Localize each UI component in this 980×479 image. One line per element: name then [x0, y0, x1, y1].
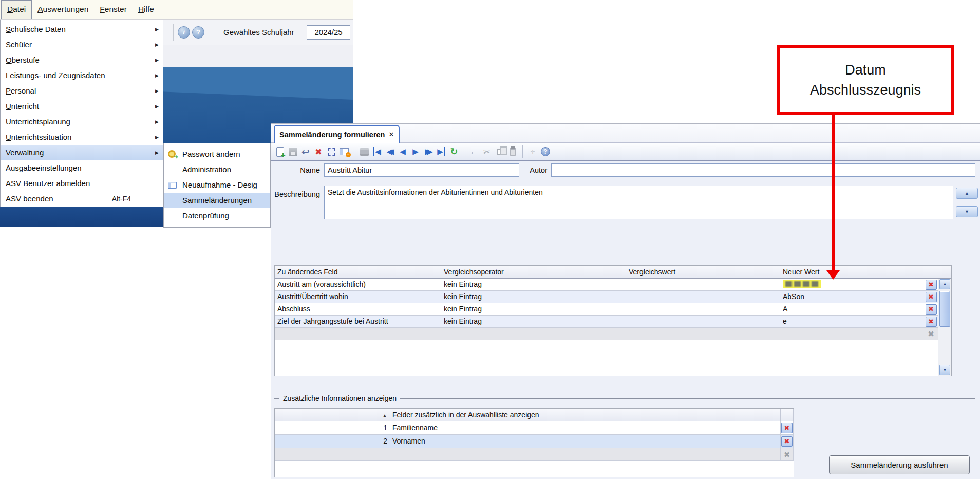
submenu-arrow-icon: ▶	[155, 83, 159, 99]
contacts-icon	[360, 148, 369, 156]
operator-cell[interactable]: kein Eintrag	[441, 291, 626, 303]
form-edit-button[interactable]: −	[338, 146, 350, 157]
new-record-button[interactable]: ✚	[274, 146, 286, 157]
delete-row-button[interactable]: ✖	[781, 436, 793, 447]
name-input[interactable]: Austritt Abitur	[324, 163, 519, 177]
undo-button[interactable]: ↩	[300, 146, 311, 157]
delete-row-button[interactable]: ✖	[781, 423, 793, 433]
new-value-cell[interactable]: A	[780, 303, 924, 316]
field-cell[interactable]	[275, 328, 441, 340]
menu-item-oberstufe[interactable]: Oberstufe▶	[1, 52, 163, 68]
beschreibung-textarea[interactable]: Setzt die Austrittsinformationen der Abi…	[324, 186, 953, 219]
submenu-item-neuaufnahme-designer[interactable]: Neuaufnahme - Desig	[164, 177, 270, 193]
table-row: Abschluss kein Eintrag A ✖	[275, 303, 951, 316]
compare-value-cell[interactable]	[626, 291, 780, 303]
scrollbar-down-button[interactable]: ▼	[939, 365, 950, 375]
operator-cell[interactable]: kein Eintrag	[441, 303, 626, 316]
field-name-cell[interactable]: Familienname	[390, 421, 781, 435]
delete-row-button[interactable]: ✖	[926, 292, 937, 302]
menu-item-leistungs-zeugnisdaten[interactable]: Leistungs- und Zeugnisdaten▶	[1, 68, 163, 83]
nav-first-icon: ◀	[373, 147, 381, 156]
delete-row-button[interactable]: ✖	[926, 304, 937, 315]
tab-close-icon[interactable]: ✕	[388, 131, 394, 138]
beschreibung-scroll-down-button[interactable]: ▼	[956, 206, 978, 217]
pin-button[interactable]: ✛	[527, 146, 538, 157]
field-cell[interactable]: Abschluss	[275, 303, 441, 316]
beschreibung-scroll-up-button[interactable]: ▲	[956, 188, 978, 199]
form-designer-icon	[168, 182, 177, 189]
tab-sammelaenderung-formulieren[interactable]: Sammeländerung formulieren ✕	[274, 125, 400, 143]
contacts-button[interactable]	[359, 146, 370, 157]
menu-item-schulische-daten[interactable]: Schulische Daten▶	[1, 22, 163, 37]
new-value-cell-redacted[interactable]	[780, 279, 924, 291]
field-cell[interactable]: Ziel der Jahrgangsstufe bei Austritt	[275, 316, 441, 328]
info-icon[interactable]: i	[178, 26, 190, 39]
compare-value-cell[interactable]	[626, 328, 780, 340]
menu-item-asv-benutzer-abmelden[interactable]: ASV Benutzer abmelden	[1, 176, 163, 191]
window-toolbar: ✚ ↩ ✖ − ◀ ◀◀ ◀ ▶ ▶▶ ▶ ↻ ← ✂ ✛ ?	[271, 143, 980, 161]
nav-first-button[interactable]: ◀	[371, 146, 383, 157]
delete-row-button[interactable]: ✖	[926, 280, 937, 290]
menubar-item-datei[interactable]: Datei	[1, 0, 32, 19]
nav-last-button[interactable]: ▶	[436, 146, 447, 157]
select-region-button[interactable]	[326, 146, 337, 157]
new-value-cell[interactable]	[780, 328, 924, 340]
save-button[interactable]	[287, 146, 298, 157]
compare-value-cell[interactable]	[626, 316, 780, 328]
schuljahr-field[interactable]: 2024/25	[307, 25, 350, 40]
menu-item-unterricht[interactable]: Unterricht▶	[1, 99, 163, 114]
menubar-item-fenster[interactable]: Fenster	[94, 0, 133, 19]
nav-rewind-button[interactable]: ◀◀	[384, 146, 395, 157]
submenu-arrow-icon: ▶	[155, 99, 159, 114]
compare-value-cell[interactable]	[626, 303, 780, 316]
menu-item-verwaltung[interactable]: Verwaltung▶	[1, 145, 163, 160]
column-header-felder[interactable]: Felder zusätzlich in der Auswahlliste an…	[390, 409, 781, 421]
toolbar-separator	[220, 24, 220, 41]
autor-input[interactable]	[551, 163, 975, 177]
field-cell[interactable]: Austritt am (voraussichtlich)	[275, 279, 441, 291]
nav-next-button[interactable]: ▶	[410, 146, 421, 157]
delete-row-button[interactable]: ✖	[926, 317, 937, 327]
submenu-item-administration[interactable]: Administration	[164, 162, 270, 177]
sammelaenderung-ausfuehren-button[interactable]: Sammeländerung ausführen	[829, 455, 970, 474]
menu-item-asv-beenden[interactable]: ASV beendenAlt-F4	[1, 191, 163, 207]
menu-item-ausgabeeinstellungen[interactable]: Ausgabeeinstellungen	[1, 160, 163, 176]
operator-cell[interactable]: kein Eintrag	[441, 316, 626, 328]
paste-button[interactable]	[507, 146, 518, 157]
menu-item-unterrichtssituation[interactable]: Unterrichtssituation▶	[1, 130, 163, 145]
tab-title: Sammeländerung formulieren	[279, 131, 385, 139]
new-value-cell[interactable]: AbSon	[780, 291, 924, 303]
menu-item-schueler[interactable]: Schüler▶	[1, 37, 163, 52]
menubar-item-hilfe[interactable]: Hilfe	[133, 0, 160, 19]
nav-forward-button[interactable]: ▶▶	[423, 146, 434, 157]
sort-column-header[interactable]: ▲	[275, 409, 390, 421]
scrollbar-up-button[interactable]: ▲	[939, 279, 950, 289]
field-name-cell[interactable]	[390, 448, 781, 461]
field-name-cell[interactable]: Vornamen	[390, 435, 781, 448]
operator-cell[interactable]	[441, 328, 626, 340]
password-keys-icon: ➜	[168, 150, 177, 158]
field-cell[interactable]: Austritt/Übertritt wohin	[275, 291, 441, 303]
submenu-item-sammelaenderungen[interactable]: Sammeländerungen	[164, 193, 270, 208]
refresh-button[interactable]: ↻	[448, 146, 460, 157]
new-value-cell[interactable]: e	[780, 316, 924, 328]
menubar-item-auswertungen[interactable]: Auswertungen	[32, 0, 94, 19]
plus-icon: ✚	[280, 153, 285, 158]
menu-item-personal[interactable]: Personal▶	[1, 83, 163, 99]
submenu-arrow-icon: ▶	[155, 37, 159, 52]
submenu-item-passwort-aendern[interactable]: ➜ Passwort ändern	[164, 146, 270, 162]
menu-item-unterrichtsplanung[interactable]: Unterrichtsplanung▶	[1, 114, 163, 130]
operator-cell[interactable]: kein Eintrag	[441, 279, 626, 291]
window-help-button[interactable]: ?	[540, 146, 551, 157]
nav-previous-button[interactable]: ◀	[397, 146, 408, 157]
compare-value-cell[interactable]	[626, 279, 780, 291]
submenu-item-datenpruefung[interactable]: Datenprüfung	[164, 208, 270, 224]
delete-record-button[interactable]: ✖	[313, 146, 324, 157]
selection-icon	[328, 148, 335, 156]
copy-button[interactable]	[494, 146, 505, 157]
help-icon[interactable]: ?	[192, 26, 204, 39]
cut-button[interactable]: ✂	[481, 146, 493, 157]
refresh-icon: ↻	[450, 146, 458, 157]
back-button[interactable]: ←	[468, 146, 480, 157]
scrollbar-thumb[interactable]	[939, 291, 950, 327]
